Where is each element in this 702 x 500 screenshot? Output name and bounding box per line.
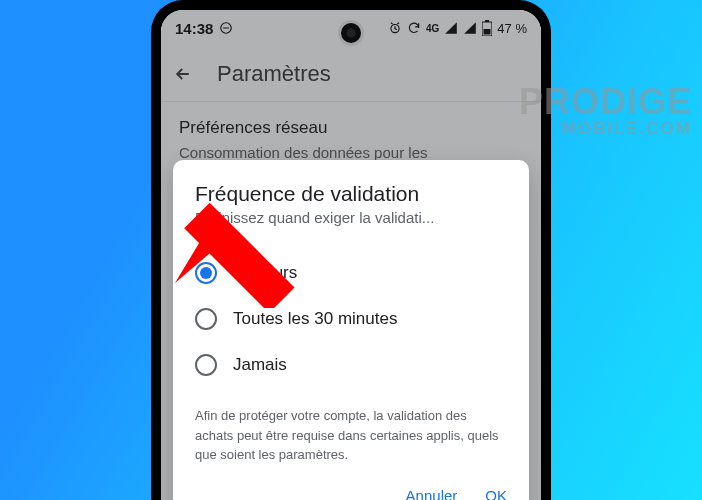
screen: 14:38 4G 47 % Paramètres Préférences rés… (161, 10, 541, 500)
validation-dialog: Fréquence de validation Définissez quand… (173, 160, 529, 500)
radio-label: Jamais (233, 355, 287, 375)
radio-option-jamais[interactable]: Jamais (195, 342, 507, 388)
radio-icon (195, 354, 217, 376)
radio-icon (195, 262, 217, 284)
dialog-title: Fréquence de validation (195, 182, 507, 206)
watermark: PRODIGE MOBILE.COM (519, 84, 692, 137)
dialog-actions: Annuler OK (195, 487, 507, 501)
cancel-button[interactable]: Annuler (406, 487, 458, 501)
radio-option-30min[interactable]: Toutes les 30 minutes (195, 296, 507, 342)
radio-label: Toujours (233, 263, 297, 283)
radio-option-toujours[interactable]: Toujours (195, 250, 507, 296)
ok-button[interactable]: OK (485, 487, 507, 501)
dialog-note: Afin de protéger votre compte, la valida… (195, 406, 507, 465)
radio-label: Toutes les 30 minutes (233, 309, 397, 329)
radio-icon (195, 308, 217, 330)
phone-frame: 14:38 4G 47 % Paramètres Préférences rés… (151, 0, 551, 500)
dialog-subtitle: Définissez quand exiger la validati... (195, 209, 507, 226)
watermark-line1: PRODIGE (519, 84, 692, 120)
watermark-line2: MOBILE.COM (519, 120, 692, 137)
